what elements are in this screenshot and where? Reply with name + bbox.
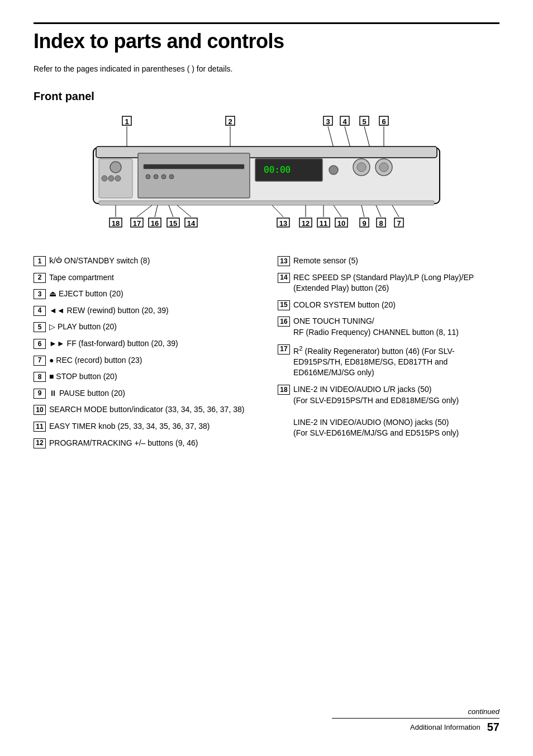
svg-line-74 — [392, 205, 399, 217]
svg-point-33 — [329, 166, 338, 174]
part-desc: ►► FF (fast-forward) button (20, 39) — [49, 338, 255, 349]
svg-point-37 — [379, 163, 388, 172]
part-desc: ● REC (record) button (23) — [49, 355, 255, 366]
part-number: 6 — [34, 339, 46, 349]
list-item: 6 ►► FF (fast-forward) button (20, 39) — [34, 338, 255, 349]
part-desc: Tape compartment — [49, 272, 255, 284]
svg-text:5: 5 — [362, 117, 366, 126]
svg-line-15 — [345, 126, 350, 148]
part-number: 9 — [34, 389, 46, 399]
continued-text: continued — [468, 707, 499, 716]
svg-point-21 — [110, 162, 121, 173]
svg-text:00:00: 00:00 — [264, 164, 291, 175]
svg-line-44 — [137, 205, 152, 217]
part-number: 8 — [34, 372, 46, 382]
svg-text:7: 7 — [397, 219, 401, 228]
page-footer: continued Additional Information 57 — [332, 707, 499, 734]
svg-line-71 — [376, 205, 381, 217]
footer-page-number: 57 — [487, 721, 499, 734]
svg-text:13: 13 — [279, 219, 287, 228]
part-number: 12 — [34, 438, 46, 448]
list-item: 2 Tape compartment — [34, 272, 255, 284]
list-item: 13 Remote sensor (5) — [278, 256, 499, 267]
part-desc: R2 (Reality Regenerator) button (46) (Fo… — [293, 344, 499, 379]
page-title: Index to parts and controls — [34, 22, 499, 53]
svg-text:2: 2 — [228, 117, 232, 126]
svg-point-23 — [108, 176, 114, 181]
part-desc: ҟ/⏻ ON/STANDBY switch (8) — [49, 256, 255, 267]
svg-text:3: 3 — [326, 117, 330, 126]
part-desc: ONE TOUCH TUNING/RF (Radio Frequency) CH… — [293, 316, 499, 338]
part-desc: COLOR SYSTEM button (20) — [293, 300, 499, 311]
list-item: 15 COLOR SYSTEM button (20) — [278, 300, 499, 311]
part-number: 3 — [34, 289, 46, 299]
part-number: 14 — [278, 273, 290, 283]
svg-line-16 — [364, 126, 370, 148]
list-item: 7 ● REC (record) button (23) — [34, 355, 255, 366]
svg-rect-38 — [99, 201, 434, 205]
part-desc: ⏸ PAUSE button (20) — [49, 388, 255, 399]
list-item: 1 ҟ/⏻ ON/STANDBY switch (8) — [34, 256, 255, 267]
list-item: 17 R2 (Reality Regenerator) button (46) … — [278, 344, 499, 379]
part-desc: ◄◄ REW (rewind) button (20, 39) — [49, 305, 255, 316]
part-number: 15 — [278, 300, 290, 310]
svg-text:16: 16 — [151, 219, 159, 228]
list-item: 18 LINE-2 IN VIDEO/AUDIO L/R jacks (50)(… — [278, 384, 499, 439]
part-number: 2 — [34, 273, 46, 283]
svg-text:9: 9 — [362, 219, 366, 228]
part-number: 17 — [278, 344, 290, 355]
section-front-panel: Front panel — [34, 90, 499, 103]
svg-line-53 — [177, 205, 191, 217]
part-number: 18 — [278, 385, 290, 395]
list-item: 4 ◄◄ REW (rewind) button (20, 39) — [34, 305, 255, 316]
svg-text:12: 12 — [302, 219, 310, 228]
svg-point-28 — [154, 174, 158, 179]
list-item: 9 ⏸ PAUSE button (20) — [34, 388, 255, 399]
part-number: 5 — [34, 322, 46, 332]
part-number: 10 — [34, 405, 46, 415]
svg-text:11: 11 — [320, 219, 327, 228]
part-desc: SEARCH MODE button/indicator (33, 34, 35… — [49, 404, 255, 415]
svg-line-56 — [272, 205, 283, 217]
svg-point-22 — [102, 176, 107, 181]
svg-point-35 — [357, 163, 366, 172]
svg-text:6: 6 — [382, 117, 386, 126]
part-desc: LINE-2 IN VIDEO/AUDIO L/R jacks (50)(For… — [293, 384, 499, 439]
part-desc: ■ STOP button (20) — [49, 371, 255, 382]
svg-line-47 — [155, 205, 158, 217]
list-item: 11 EASY TIMER knob (25, 33, 34, 35, 36, … — [34, 421, 255, 432]
svg-text:4: 4 — [342, 117, 347, 126]
svg-line-65 — [334, 205, 341, 217]
list-item: 12 PROGRAM/TRACKING +/– buttons (9, 46) — [34, 438, 255, 449]
svg-line-50 — [169, 205, 173, 217]
svg-text:15: 15 — [169, 219, 177, 228]
list-item: 10 SEARCH MODE button/indicator (33, 34,… — [34, 404, 255, 415]
list-item: 16 ONE TOUCH TUNING/RF (Radio Frequency)… — [278, 316, 499, 338]
svg-point-29 — [161, 174, 166, 179]
svg-rect-26 — [144, 164, 244, 169]
svg-point-24 — [115, 176, 121, 181]
vcr-diagram: 1 2 3 4 5 6 — [65, 114, 468, 239]
part-desc: EASY TIMER knob (25, 33, 34, 35, 36, 37,… — [49, 421, 255, 432]
part-desc: ▷ PLAY button (20) — [49, 322, 255, 333]
list-item: 3 ⏏ EJECT button (20) — [34, 289, 255, 300]
svg-text:10: 10 — [337, 219, 345, 228]
list-item: 8 ■ STOP button (20) — [34, 371, 255, 382]
part-desc: Remote sensor (5) — [293, 256, 499, 267]
list-item: 5 ▷ PLAY button (20) — [34, 322, 255, 333]
footer-section-label: Additional Information — [410, 723, 480, 731]
svg-point-30 — [169, 174, 174, 179]
part-number: 7 — [34, 356, 46, 366]
part-number: 16 — [278, 316, 290, 327]
part-number: 13 — [278, 256, 290, 266]
svg-line-14 — [328, 126, 334, 148]
svg-text:14: 14 — [187, 219, 196, 228]
svg-text:17: 17 — [133, 219, 141, 228]
list-item: 14 REC SPEED SP (Standard Play)/LP (Long… — [278, 272, 499, 294]
part-desc: REC SPEED SP (Standard Play)/LP (Long Pl… — [293, 272, 499, 294]
part-number: 11 — [34, 422, 46, 432]
svg-line-68 — [361, 205, 364, 217]
part-number: 4 — [34, 306, 46, 316]
svg-point-27 — [146, 174, 150, 179]
parts-list: 1 ҟ/⏻ ON/STANDBY switch (8) 2 Tape compa… — [34, 256, 499, 454]
